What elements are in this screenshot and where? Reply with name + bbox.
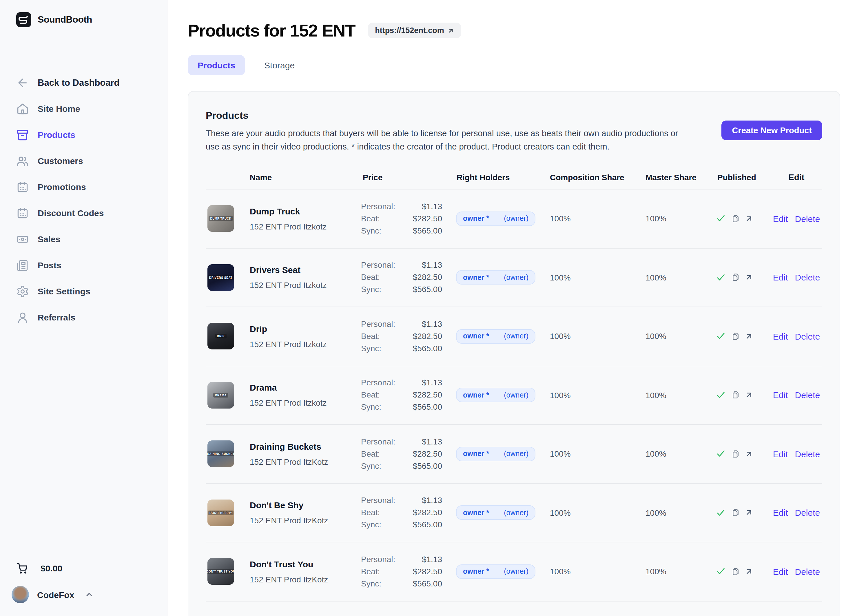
page-title: Products for 152 ENT [188,21,355,40]
price-value-sync: $565.00 [413,225,442,237]
product-name-cell: Drip 152 ENT Prod Itzkotz [250,324,361,349]
cart-icon [16,562,28,574]
master-share-value: 100% [643,391,715,400]
sidebar-item-site-settings[interactable]: Site Settings [0,278,167,304]
right-holder-badge[interactable]: owner * (owner) [456,329,535,344]
price-label-personal: Personal: [361,495,395,507]
open-product-icon[interactable] [745,450,753,458]
duplicate-icon[interactable] [731,567,740,576]
product-creator: 152 ENT Prod Itzkotz [250,340,361,349]
tab-products[interactable]: Products [188,55,245,75]
create-new-product-button[interactable]: Create New Product [721,121,822,140]
published-check-icon [715,566,726,577]
right-holders-cell: owner * (owner) [444,565,548,579]
duplicate-icon[interactable] [731,215,740,223]
soundbooth-logo-link[interactable]: SoundBooth [0,12,167,28]
open-product-icon[interactable] [745,215,753,222]
sidebar-item-discount-codes[interactable]: Discount Codes [0,200,167,226]
duplicate-icon[interactable] [731,273,740,282]
edit-link[interactable]: Edit [773,273,788,282]
delete-link[interactable]: Delete [795,273,820,282]
sidebar-item-referrals[interactable]: Referrals [0,304,167,330]
product-thumbnail-cell: DRIP [206,323,250,350]
price-value-sync: $565.00 [413,519,442,531]
edit-link[interactable]: Edit [773,214,788,224]
back-to-dashboard-link[interactable]: Back to Dashboard [0,69,167,96]
price-label-sync: Sync: [361,225,381,237]
delete-link[interactable]: Delete [795,567,820,576]
column-spacer [206,173,250,182]
product-price-cell: Personal: $1.13 Beat: $282.50 Sync: $565… [361,553,444,590]
product-thumbnail-cell: DON'T TRUST YOU [206,558,250,585]
tab-storage[interactable]: Storage [254,55,304,75]
edit-link[interactable]: Edit [773,390,788,400]
delete-link[interactable]: Delete [795,508,820,518]
row-actions-cell: Edit Delete [771,567,822,576]
open-product-icon[interactable] [745,274,753,281]
sidebar: SoundBooth Back to Dashboard Site Home P… [0,0,167,616]
duplicate-icon[interactable] [731,332,740,341]
table-row: DRIP Drip 152 ENT Prod Itzkotz Personal:… [206,307,822,366]
right-holder-badge[interactable]: owner * (owner) [456,447,535,461]
right-holder-badge[interactable]: owner * (owner) [456,388,535,403]
product-price-cell: Personal: $1.13 Beat: $282.50 Sync: $565… [361,436,444,472]
master-share-value: 100% [643,508,715,517]
product-thumbnail: DRAINING BUCKETS [207,441,234,468]
edit-link[interactable]: Edit [773,508,788,518]
open-product-icon[interactable] [745,568,753,575]
delete-link[interactable]: Delete [795,449,820,459]
right-holder-role: (owner) [504,567,529,576]
price-label-beat: Beat: [361,213,380,225]
open-product-icon[interactable] [745,509,753,517]
user-icon [16,311,29,323]
product-name: Don't Be Shy [250,500,361,510]
price-label-personal: Personal: [361,259,395,272]
sidebar-item-posts[interactable]: Posts [0,252,167,278]
right-holder-badge[interactable]: owner * (owner) [456,271,535,285]
back-to-dashboard-label: Back to Dashboard [38,77,120,88]
right-holder-badge[interactable]: owner * (owner) [456,565,535,579]
open-product-icon[interactable] [745,391,753,399]
column-edit: Edit [771,173,822,182]
right-holder-role: (owner) [504,215,529,223]
delete-link[interactable]: Delete [795,331,820,341]
right-holder-badge[interactable]: owner * (owner) [456,506,535,520]
master-share-value: 100% [643,332,715,341]
duplicate-icon[interactable] [731,509,740,517]
delete-link[interactable]: Delete [795,214,820,224]
edit-link[interactable]: Edit [773,331,788,341]
price-label-beat: Beat: [361,507,380,519]
sidebar-item-site-home[interactable]: Site Home [0,96,167,122]
published-check-icon [715,390,726,400]
sidebar-item-customers[interactable]: Customers [0,148,167,174]
cart-total: $0.00 [41,563,62,573]
duplicate-icon[interactable] [731,450,740,459]
products-card: Products These are your audio products t… [188,91,840,616]
banknote-icon [16,233,29,246]
site-url-link[interactable]: https://152ent.com [368,23,461,38]
published-cell [715,508,771,518]
price-value-beat: $282.50 [413,389,442,401]
sidebar-item-products[interactable]: Products [0,122,167,148]
right-holder-role: (owner) [504,273,529,282]
sidebar-item-sales[interactable]: Sales [0,226,167,252]
price-value-sync: $565.00 [413,401,442,413]
delete-link[interactable]: Delete [795,390,820,400]
duplicate-icon[interactable] [731,391,740,400]
edit-link[interactable]: Edit [773,567,788,576]
user-menu[interactable]: CodeFox [0,581,167,608]
sidebar-item-label: Products [38,130,75,140]
open-product-icon[interactable] [745,333,753,340]
sidebar-nav: Back to Dashboard Site Home Products Cus… [0,69,167,330]
cart-button[interactable]: $0.00 [0,558,167,578]
price-label-beat: Beat: [361,566,380,578]
column-price: Price [361,173,444,182]
column-published: Published [715,173,771,182]
right-holders-cell: owner * (owner) [444,388,548,403]
sidebar-item-promotions[interactable]: Promotions [0,174,167,200]
right-holder-name: owner * [463,391,489,399]
published-cell [715,390,771,400]
right-holder-badge[interactable]: owner * (owner) [456,212,535,226]
edit-link[interactable]: Edit [773,449,788,459]
row-actions-cell: Edit Delete [771,331,822,341]
